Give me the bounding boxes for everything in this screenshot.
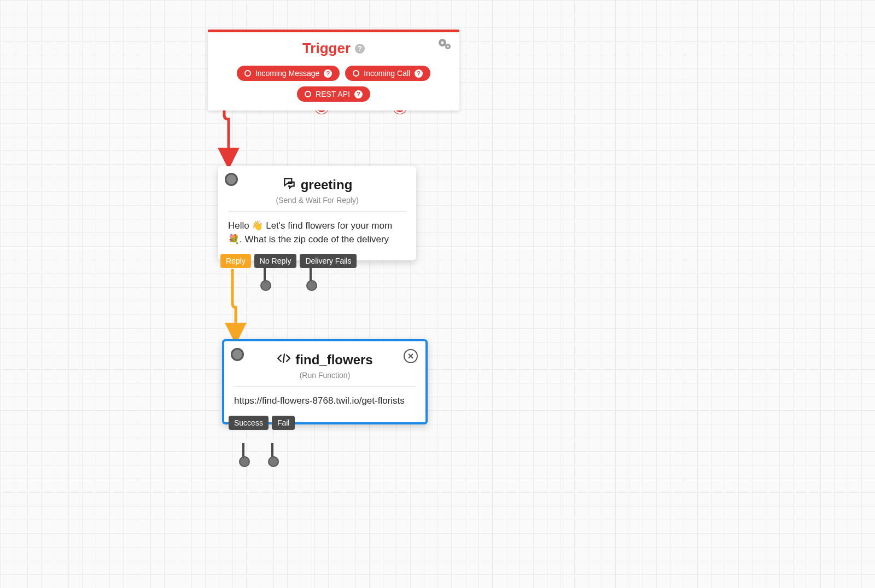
input-port[interactable] — [225, 173, 238, 186]
widget-find-flowers[interactable]: find_flowers (Run Function) https://find… — [222, 339, 428, 424]
unconnected-port[interactable] — [268, 456, 279, 467]
pill-label: Incoming Message — [255, 69, 320, 78]
outports-row: Success Fail — [229, 416, 295, 430]
port-dot-icon — [244, 70, 251, 77]
pill-label: REST API — [316, 90, 350, 98]
trigger-title: Trigger — [302, 40, 351, 57]
widget-greeting[interactable]: greeting (Send & Wait For Reply) Hello 👋… — [218, 166, 416, 260]
settings-gears-icon[interactable] — [438, 38, 452, 52]
unconnected-port[interactable] — [260, 280, 271, 291]
trigger-card[interactable]: Trigger ? Incoming Message ? Incoming Ca… — [208, 30, 459, 110]
outport-delivery-fails[interactable]: Delivery Fails — [300, 254, 357, 268]
help-icon[interactable]: ? — [354, 90, 363, 98]
widget-subtitle: (Send & Wait For Reply) — [218, 196, 416, 211]
outport-no-reply[interactable]: No Reply — [254, 254, 297, 268]
pill-label: Incoming Call — [364, 69, 410, 78]
chat-icon — [282, 176, 296, 194]
port-dot-icon — [353, 70, 359, 77]
trigger-pills-row: Incoming Message ? Incoming Call ? REST … — [208, 60, 459, 110]
help-icon[interactable]: ? — [324, 69, 332, 78]
port-dot-icon — [305, 91, 311, 97]
outports-row: Reply No Reply Delivery Fails — [220, 254, 357, 268]
help-icon[interactable]: ? — [415, 69, 423, 78]
close-icon[interactable] — [404, 349, 418, 363]
pill-incoming-message[interactable]: Incoming Message ? — [237, 66, 340, 81]
flow-canvas[interactable]: Trigger ? Incoming Message ? Incoming Ca… — [0, 0, 875, 588]
unconnected-port[interactable] — [306, 280, 317, 291]
widget-subtitle: (Run Function) — [224, 371, 425, 386]
svg-point-7 — [441, 42, 444, 44]
outport-fail[interactable]: Fail — [272, 416, 295, 430]
pill-rest-api[interactable]: REST API ? — [297, 86, 370, 102]
svg-point-9 — [447, 45, 449, 48]
widget-header: greeting — [218, 166, 416, 196]
code-icon — [277, 351, 291, 369]
widget-header: find_flowers — [224, 341, 425, 371]
outport-reply[interactable]: Reply — [220, 254, 251, 268]
input-port[interactable] — [231, 348, 244, 361]
help-icon[interactable]: ? — [355, 44, 365, 54]
widget-body: Hello 👋 Let's find flowers for your mom … — [218, 212, 416, 260]
widget-title: find_flowers — [295, 352, 372, 368]
widget-title: greeting — [301, 177, 353, 193]
pill-incoming-call[interactable]: Incoming Call ? — [345, 66, 430, 81]
unconnected-port[interactable] — [239, 456, 250, 467]
outport-success[interactable]: Success — [229, 416, 269, 430]
